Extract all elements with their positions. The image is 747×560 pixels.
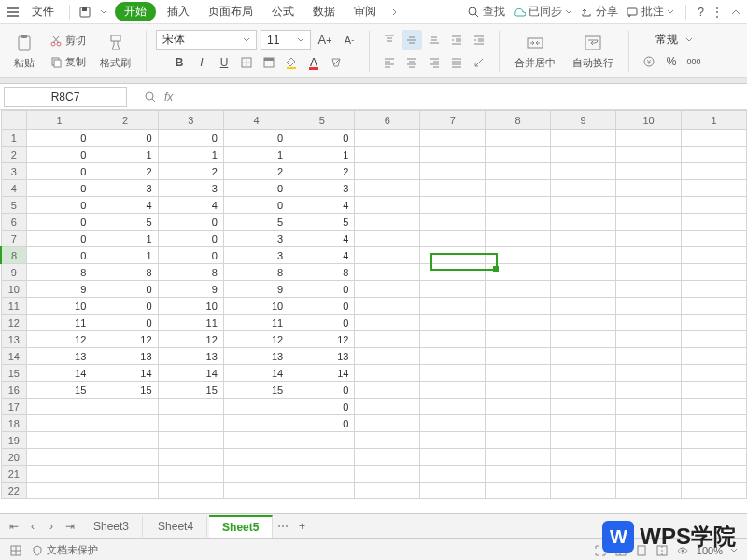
grid-cell[interactable] bbox=[355, 298, 420, 315]
grid-cell[interactable] bbox=[551, 415, 616, 432]
align-left-button[interactable] bbox=[379, 52, 400, 73]
grid-cell[interactable]: 15 bbox=[158, 382, 223, 399]
grid-cell[interactable] bbox=[27, 449, 92, 466]
grid-cell[interactable] bbox=[355, 231, 420, 247]
view-normal-icon[interactable] bbox=[614, 544, 627, 557]
grid-cell[interactable]: 14 bbox=[92, 365, 158, 382]
protect-status[interactable]: 文档未保护 bbox=[32, 543, 98, 557]
col-header[interactable]: 10 bbox=[615, 111, 681, 130]
grid-cell[interactable]: 11 bbox=[223, 315, 289, 331]
grid-cell[interactable]: 8 bbox=[27, 264, 92, 281]
grid-cell[interactable] bbox=[355, 348, 420, 365]
grid-cell[interactable] bbox=[551, 348, 616, 365]
grid-cell[interactable]: 0 bbox=[223, 197, 289, 214]
grid-cell[interactable] bbox=[682, 348, 747, 365]
grid-cell[interactable] bbox=[289, 449, 355, 466]
zoom-dropdown-icon[interactable] bbox=[730, 547, 738, 554]
grid-cell[interactable]: 10 bbox=[223, 298, 289, 315]
grid-cell[interactable] bbox=[682, 331, 747, 348]
grid-cell[interactable] bbox=[420, 163, 486, 180]
grid-cell[interactable]: 13 bbox=[289, 348, 355, 365]
increase-indent-button[interactable] bbox=[469, 30, 489, 50]
grid-cell[interactable] bbox=[682, 231, 747, 247]
grid-cell[interactable]: 0 bbox=[27, 180, 92, 197]
more-icon[interactable]: ⋮ bbox=[712, 6, 723, 19]
grid-cell[interactable] bbox=[420, 315, 486, 331]
grid-cell[interactable] bbox=[486, 399, 551, 415]
grid-cell[interactable]: 12 bbox=[27, 331, 92, 348]
grid-cell[interactable] bbox=[682, 264, 747, 281]
row-header[interactable]: 16 bbox=[1, 382, 27, 399]
grid-cell[interactable] bbox=[551, 432, 616, 449]
grid-cell[interactable]: 0 bbox=[289, 315, 355, 331]
row-header[interactable]: 2 bbox=[1, 147, 27, 163]
grid-cell[interactable]: 12 bbox=[158, 331, 223, 348]
grid-cell[interactable]: 3 bbox=[289, 180, 355, 197]
grid-cell[interactable]: 13 bbox=[92, 348, 158, 365]
col-header[interactable]: 3 bbox=[158, 111, 223, 130]
grid-cell[interactable] bbox=[223, 399, 289, 415]
grid-cell[interactable]: 1 bbox=[223, 147, 289, 163]
bold-button[interactable]: B bbox=[169, 52, 190, 73]
grid-cell[interactable] bbox=[420, 348, 486, 365]
grid-cell[interactable] bbox=[615, 365, 681, 382]
grid-cell[interactable]: 2 bbox=[289, 163, 355, 180]
grid-cell[interactable] bbox=[223, 449, 289, 466]
grid-cell[interactable] bbox=[682, 214, 747, 231]
grid-cell[interactable]: 0 bbox=[223, 180, 289, 197]
tab-start[interactable]: 开始 bbox=[115, 2, 156, 21]
grid-cell[interactable]: 3 bbox=[158, 180, 223, 197]
grid-cell[interactable] bbox=[682, 130, 747, 147]
view-split-icon[interactable] bbox=[655, 544, 669, 557]
grid-cell[interactable] bbox=[682, 281, 747, 298]
border-button[interactable] bbox=[236, 52, 257, 73]
grid-cell[interactable] bbox=[615, 264, 681, 281]
font-name-select[interactable]: 宋体 bbox=[156, 30, 257, 50]
cut-button[interactable]: 剪切 bbox=[45, 31, 91, 50]
tab-pagelayout[interactable]: 页面布局 bbox=[201, 1, 261, 22]
grid-cell[interactable] bbox=[355, 382, 420, 399]
grid-cell[interactable] bbox=[615, 432, 681, 449]
grid-cell[interactable]: 4 bbox=[92, 197, 158, 214]
grid-cell[interactable] bbox=[158, 449, 223, 466]
row-header[interactable]: 13 bbox=[1, 331, 27, 348]
grid-cell[interactable] bbox=[682, 315, 747, 331]
grid-cell[interactable] bbox=[551, 163, 616, 180]
col-header[interactable]: 7 bbox=[420, 111, 486, 130]
align-center-button[interactable] bbox=[402, 52, 422, 73]
grid-cell[interactable] bbox=[551, 466, 616, 483]
cell-style-button[interactable] bbox=[259, 52, 279, 73]
grid-cell[interactable] bbox=[420, 180, 486, 197]
align-top-button[interactable] bbox=[379, 30, 400, 50]
grid-cell[interactable] bbox=[27, 432, 92, 449]
grid-cell[interactable] bbox=[355, 365, 420, 382]
grid-cell[interactable]: 0 bbox=[92, 281, 158, 298]
grid-cell[interactable] bbox=[27, 399, 92, 415]
grid-cell[interactable] bbox=[92, 432, 158, 449]
grid-cell[interactable]: 9 bbox=[223, 281, 289, 298]
font-size-select[interactable]: 11 bbox=[261, 30, 311, 50]
grid-cell[interactable]: 0 bbox=[27, 130, 92, 147]
zoom-value[interactable]: 100% bbox=[697, 545, 723, 556]
sheet-tab-3[interactable]: Sheet3 bbox=[80, 516, 143, 537]
grid-cell[interactable]: 8 bbox=[223, 264, 289, 281]
grid-cell[interactable] bbox=[486, 432, 551, 449]
chevron-down-icon[interactable] bbox=[685, 36, 693, 44]
grid-cell[interactable] bbox=[682, 466, 747, 483]
grid-cell[interactable]: 0 bbox=[27, 247, 92, 264]
tab-more-icon[interactable]: ⋯ bbox=[275, 518, 291, 535]
comment-button[interactable]: 批注 bbox=[626, 4, 674, 20]
col-header[interactable]: 9 bbox=[551, 111, 616, 130]
grid-cell[interactable] bbox=[92, 399, 158, 415]
grid-cell[interactable] bbox=[486, 315, 551, 331]
grid-cell[interactable] bbox=[355, 483, 420, 499]
grid-cell[interactable] bbox=[420, 432, 486, 449]
grid-cell[interactable]: 5 bbox=[289, 214, 355, 231]
grid-cell[interactable] bbox=[355, 331, 420, 348]
spreadsheet-grid[interactable]: 1234567891011000002011113022224033035044… bbox=[0, 110, 747, 513]
grid-cell[interactable] bbox=[551, 298, 616, 315]
grid-cell[interactable]: 10 bbox=[158, 298, 223, 315]
grid-cell[interactable] bbox=[355, 415, 420, 432]
col-header[interactable]: 1 bbox=[27, 111, 92, 130]
grid-cell[interactable]: 8 bbox=[289, 264, 355, 281]
